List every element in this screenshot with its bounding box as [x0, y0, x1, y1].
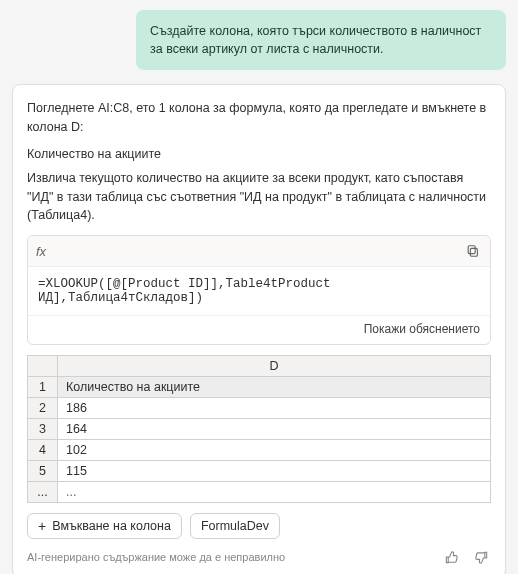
- row-number: 2: [28, 398, 58, 419]
- cell-value: 186: [58, 398, 491, 419]
- cell-value: 115: [58, 461, 491, 482]
- preview-table: D 1 Количество на акциите 2 186 3 164 4 …: [27, 355, 491, 503]
- column-description: Извлича текущото количество на акциите з…: [27, 169, 491, 225]
- show-explanation-link[interactable]: Покажи обяснението: [364, 322, 480, 336]
- table-row: 5 115: [28, 461, 491, 482]
- table-row: 2 186: [28, 398, 491, 419]
- cell-value: 164: [58, 419, 491, 440]
- footer-row: AI-генерирано съдържание може да е непра…: [27, 547, 491, 567]
- insert-column-label: Вмъкване на колона: [52, 519, 171, 533]
- fx-label: fx: [36, 244, 46, 259]
- table-row: 1 Количество на акциите: [28, 377, 491, 398]
- row-number: 3: [28, 419, 58, 440]
- copy-icon[interactable]: [464, 242, 482, 260]
- row-number: 1: [28, 377, 58, 398]
- thumbs-up-icon[interactable]: [441, 547, 461, 567]
- plus-icon: +: [38, 519, 46, 533]
- cell-value: Количество на акциите: [58, 377, 491, 398]
- table-row: 3 164: [28, 419, 491, 440]
- row-number: ...: [28, 482, 58, 503]
- actions-row: + Вмъкване на колона FormulaDev: [27, 513, 491, 539]
- cell-value: ...: [58, 482, 491, 503]
- column-title: Количество на акциите: [27, 147, 491, 161]
- response-intro: Погледнете AI:C8, ето 1 колона за формул…: [27, 99, 491, 137]
- formula-header: fx: [28, 236, 490, 267]
- assistant-response-card: Погледнете AI:C8, ето 1 колона за формул…: [12, 84, 506, 574]
- formuladev-label: FormulaDev: [201, 519, 269, 533]
- cell-value: 102: [58, 440, 491, 461]
- svg-rect-0: [470, 248, 477, 256]
- formula-box: fx =XLOOKUP([@[Product ID]],Table4tProdu…: [27, 235, 491, 345]
- ai-disclaimer: AI-генерирано съдържание може да е непра…: [27, 551, 431, 563]
- row-number: 5: [28, 461, 58, 482]
- table-row: ... ...: [28, 482, 491, 503]
- formuladev-button[interactable]: FormulaDev: [190, 513, 280, 539]
- table-row: 4 102: [28, 440, 491, 461]
- thumbs-down-icon[interactable]: [471, 547, 491, 567]
- row-number: 4: [28, 440, 58, 461]
- user-message-text: Създайте колона, която търси количествот…: [150, 24, 481, 56]
- col-header-d: D: [58, 356, 491, 377]
- user-message-bubble: Създайте колона, която търси количествот…: [136, 10, 506, 70]
- insert-column-button[interactable]: + Вмъкване на колона: [27, 513, 182, 539]
- formula-text[interactable]: =XLOOKUP([@[Product ID]],Table4tProduct …: [28, 267, 490, 315]
- col-header-blank: [28, 356, 58, 377]
- svg-rect-1: [468, 246, 475, 254]
